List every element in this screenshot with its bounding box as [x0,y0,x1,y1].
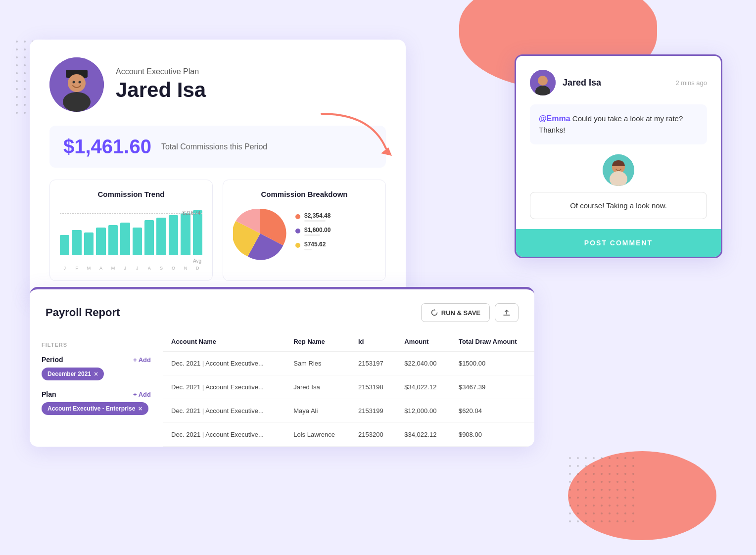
comment-message-box: @Emma Could you take a look at my rate? … [530,104,707,144]
table-cell-amount: $34,022.12 [396,423,451,447]
month-label: A [144,266,154,271]
commission-label: Total Commissions this Period [161,142,267,151]
legend-item-1: $2,354.48 [295,212,376,222]
svg-point-10 [63,92,91,112]
month-label: D [193,266,202,271]
table-cell-account: Dec. 2021 | Account Executive... [163,375,285,399]
col-id: Id [350,332,396,352]
bar-item [181,213,190,255]
filter-plan-add[interactable]: + Add [133,391,151,398]
table-cell-rep: Jared Isa [285,375,350,399]
upload-icon [502,308,511,317]
run-save-button[interactable]: RUN & SAVE [421,303,490,322]
month-label: J [133,266,142,271]
col-amount: Amount [396,332,451,352]
filter-plan-value: Account Executive - Enterprise [47,405,135,412]
table-cell-id: 2153200 [350,423,396,447]
legend-value-1: $2,354.48 [304,212,331,219]
table-cell-draw: $1500.00 [451,352,534,375]
table-header: Account Name Rep Name Id Amount Total Dr… [163,332,534,352]
legend-dot-2 [295,229,300,233]
filter-plan-row: Plan + Add [42,390,151,398]
arrow-annotation [312,109,401,170]
charts-row: Commission Trend $216.74 Avg JFMAMJJASON… [49,180,386,281]
filter-plan-close-icon[interactable]: × [138,405,142,413]
legend-bar-3 [304,249,312,250]
bar-chart: $216.74 Avg JFMAMJJASOND [60,206,202,271]
legend-dot-3 [295,243,300,248]
bar-item [96,228,105,255]
filter-period-row: Period + Add [42,356,151,364]
commission-breakdown-card: Commission Breakdown [223,180,386,281]
table-cell-amount: $34,022.12 [396,375,451,399]
payroll-data-table: Account Name Rep Name Id Amount Total Dr… [163,332,534,447]
run-save-label: RUN & SAVE [441,309,480,317]
bar-item [108,225,118,255]
svg-point-7 [68,74,86,92]
pie-chart-svg [233,206,287,261]
comment-time: 2 mins ago [675,79,707,87]
payroll-title: Payroll Report [46,306,120,319]
bar-item [60,235,69,255]
table-cell-draw: $3467.39 [451,375,534,399]
profile-info: Account Executive Plan Jared Isa [116,67,206,102]
legend-bar-2 [304,234,320,236]
table-row: Dec. 2021 | Account Executive...Jared Is… [163,375,534,399]
filter-plan-label: Plan [42,390,56,398]
table-cell-draw: $620.04 [451,399,534,423]
profile-header: Account Executive Plan Jared Isa [49,57,386,112]
col-account-name: Account Name [163,332,285,352]
table-row: Dec. 2021 | Account Executive...Lois Law… [163,423,534,447]
bar-item [144,220,154,255]
bar-item [193,210,202,255]
month-label: J [120,266,130,271]
table-cell-account: Dec. 2021 | Account Executive... [163,399,285,423]
pie-legend: $2,354.48 $1,600.00 [295,212,376,255]
svg-point-13 [538,76,548,86]
table-row: Dec. 2021 | Account Executive...Sam Ries… [163,352,534,375]
filter-period-chip[interactable]: December 2021 × [42,368,104,380]
bar-item [133,228,142,255]
filter-period-close-icon[interactable]: × [94,370,98,378]
filter-period-add[interactable]: + Add [133,356,151,364]
payroll-actions: RUN & SAVE [421,303,519,322]
table-cell-account: Dec. 2021 | Account Executive... [163,423,285,447]
avg-value-label: $216.74 [183,210,200,216]
table-cell-id: 2153198 [350,375,396,399]
payroll-header: Payroll Report RUN & SAVE [30,303,534,332]
profile-name: Jared Isa [116,78,206,102]
table-cell-account: Dec. 2021 | Account Executive... [163,352,285,375]
payroll-body: FILTERS Period + Add December 2021 × Pla… [30,332,534,447]
month-label: S [156,266,166,271]
filter-period-group: Period + Add December 2021 × [42,356,151,380]
filter-period-value: December 2021 [47,370,91,377]
plan-label: Account Executive Plan [116,67,206,76]
post-comment-button[interactable]: POST COMMENT [516,229,721,257]
table-header-row: Account Name Rep Name Id Amount Total Dr… [163,332,534,352]
reply-text-content: Of course! Taking a look now. [530,192,707,219]
table-cell-id: 2153199 [350,399,396,423]
reply-avatar [603,154,634,186]
table-cell-draw: $908.00 [451,423,534,447]
svg-point-9 [79,81,81,84]
legend-dot-1 [295,214,300,219]
table-row: Dec. 2021 | Account Executive...Maya Ali… [163,399,534,423]
filters-label: FILTERS [42,342,151,348]
commission-amount: $1,461.60 [63,136,151,158]
legend-item-3: $745.62 [295,241,376,250]
upload-button[interactable] [495,303,519,322]
bar-item [120,223,130,255]
months-row: JFMAMJJASOND [60,266,202,271]
comment-card: Jared Isa 2 mins ago @Emma Could you tak… [515,54,722,258]
payroll-card: Payroll Report RUN & SAVE [30,287,534,447]
month-label: O [169,266,178,271]
month-label: M [84,266,94,271]
table-cell-amount: $12,000.00 [396,399,451,423]
col-draw-amount: Total Draw Amount [451,332,534,352]
trend-chart-title: Commission Trend [60,190,202,198]
legend-value-3: $745.62 [304,241,326,248]
filter-plan-chip[interactable]: Account Executive - Enterprise × [42,402,148,415]
comment-avatar [530,70,556,95]
bar-item [169,215,178,255]
breakdown-chart-title: Commission Breakdown [233,190,376,198]
